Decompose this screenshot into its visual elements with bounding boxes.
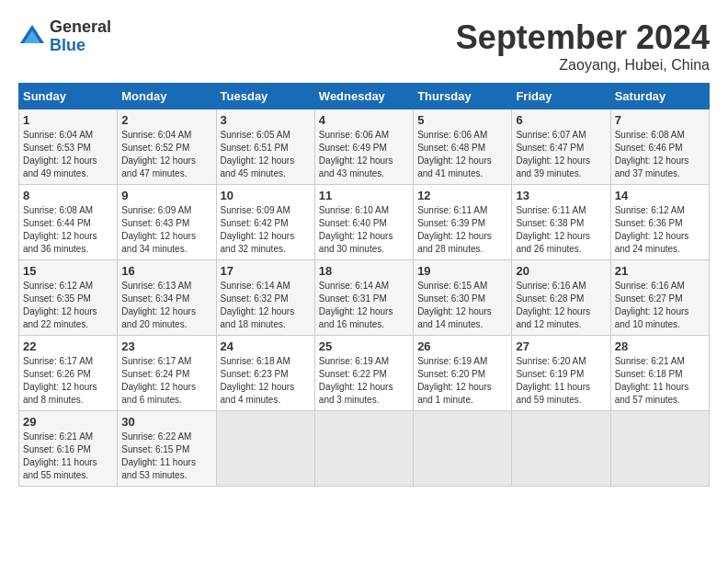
- day-number: 14: [615, 189, 705, 202]
- day-info: Sunrise: 6:08 AMSunset: 6:44 PMDaylight:…: [23, 204, 113, 256]
- calendar-cell: 29 Sunrise: 6:21 AMSunset: 6:16 PMDaylig…: [19, 411, 118, 487]
- day-info: Sunrise: 6:15 AMSunset: 6:30 PMDaylight:…: [417, 280, 507, 331]
- calendar-table: SundayMondayTuesdayWednesdayThursdayFrid…: [18, 83, 710, 487]
- col-header-saturday: Saturday: [610, 84, 709, 109]
- day-info: Sunrise: 6:04 AMSunset: 6:53 PMDaylight:…: [23, 129, 113, 180]
- calendar-cell: 12 Sunrise: 6:11 AMSunset: 6:39 PMDaylig…: [414, 185, 512, 260]
- calendar-cell: 2 Sunrise: 6:04 AMSunset: 6:52 PMDayligh…: [118, 109, 216, 185]
- day-number: 16: [121, 264, 211, 278]
- day-number: 8: [23, 189, 113, 202]
- day-number: 24: [221, 339, 311, 353]
- logo-text: General Blue: [50, 18, 111, 55]
- calendar-cell: [610, 411, 709, 487]
- day-number: 12: [417, 189, 507, 202]
- day-info: Sunrise: 6:07 AMSunset: 6:47 PMDaylight:…: [516, 129, 606, 180]
- calendar-cell: 9 Sunrise: 6:09 AMSunset: 6:43 PMDayligh…: [118, 185, 216, 260]
- col-header-sunday: Sunday: [19, 84, 118, 109]
- day-info: Sunrise: 6:21 AMSunset: 6:18 PMDaylight:…: [615, 355, 705, 407]
- calendar-cell: [216, 411, 314, 487]
- day-info: Sunrise: 6:13 AMSunset: 6:34 PMDaylight:…: [121, 280, 211, 331]
- day-info: Sunrise: 6:06 AMSunset: 6:48 PMDaylight:…: [417, 129, 507, 180]
- calendar-cell: [314, 411, 413, 487]
- week-row: 29 Sunrise: 6:21 AMSunset: 6:16 PMDaylig…: [19, 411, 710, 487]
- day-info: Sunrise: 6:09 AMSunset: 6:43 PMDaylight:…: [121, 204, 211, 256]
- week-row: 1 Sunrise: 6:04 AMSunset: 6:53 PMDayligh…: [19, 109, 710, 185]
- day-info: Sunrise: 6:17 AMSunset: 6:24 PMDaylight:…: [121, 355, 211, 407]
- day-info: Sunrise: 6:22 AMSunset: 6:15 PMDaylight:…: [121, 431, 211, 482]
- location: Zaoyang, Hubei, China: [456, 57, 710, 74]
- day-number: 13: [516, 189, 606, 202]
- day-number: 23: [121, 339, 211, 353]
- calendar-cell: [414, 411, 512, 487]
- title-block: September 2024 Zaoyang, Hubei, China: [456, 18, 710, 74]
- day-info: Sunrise: 6:08 AMSunset: 6:46 PMDaylight:…: [615, 129, 705, 180]
- calendar-cell: 3 Sunrise: 6:05 AMSunset: 6:51 PMDayligh…: [216, 109, 314, 185]
- day-number: 2: [121, 113, 211, 127]
- day-number: 3: [221, 113, 311, 127]
- calendar-cell: 30 Sunrise: 6:22 AMSunset: 6:15 PMDaylig…: [118, 411, 216, 487]
- calendar-cell: 20 Sunrise: 6:16 AMSunset: 6:28 PMDaylig…: [512, 260, 610, 336]
- day-number: 4: [319, 113, 409, 127]
- col-header-wednesday: Wednesday: [314, 84, 413, 109]
- day-number: 21: [615, 264, 705, 278]
- month-title: September 2024: [456, 18, 710, 57]
- col-header-thursday: Thursday: [414, 84, 512, 109]
- col-header-friday: Friday: [512, 84, 610, 109]
- week-row: 15 Sunrise: 6:12 AMSunset: 6:35 PMDaylig…: [19, 260, 710, 336]
- day-number: 5: [417, 113, 507, 127]
- day-number: 18: [319, 264, 409, 278]
- week-row: 8 Sunrise: 6:08 AMSunset: 6:44 PMDayligh…: [19, 185, 710, 260]
- day-info: Sunrise: 6:11 AMSunset: 6:39 PMDaylight:…: [417, 204, 507, 256]
- day-info: Sunrise: 6:14 AMSunset: 6:31 PMDaylight:…: [319, 280, 409, 331]
- day-info: Sunrise: 6:17 AMSunset: 6:26 PMDaylight:…: [23, 355, 113, 407]
- day-info: Sunrise: 6:16 AMSunset: 6:28 PMDaylight:…: [516, 280, 606, 331]
- logo-icon: [18, 23, 46, 51]
- day-info: Sunrise: 6:16 AMSunset: 6:27 PMDaylight:…: [615, 280, 705, 331]
- day-number: 15: [23, 264, 113, 278]
- logo: General Blue: [18, 18, 111, 55]
- day-number: 20: [516, 264, 606, 278]
- calendar-cell: 19 Sunrise: 6:15 AMSunset: 6:30 PMDaylig…: [414, 260, 512, 336]
- calendar-cell: [512, 411, 610, 487]
- day-number: 10: [221, 189, 311, 202]
- day-number: 19: [417, 264, 507, 278]
- calendar-cell: 5 Sunrise: 6:06 AMSunset: 6:48 PMDayligh…: [414, 109, 512, 185]
- calendar-cell: 26 Sunrise: 6:19 AMSunset: 6:20 PMDaylig…: [414, 336, 512, 411]
- col-header-monday: Monday: [118, 84, 216, 109]
- day-number: 9: [121, 189, 211, 202]
- day-info: Sunrise: 6:09 AMSunset: 6:42 PMDaylight:…: [221, 204, 311, 256]
- day-number: 29: [23, 415, 113, 429]
- calendar-cell: 6 Sunrise: 6:07 AMSunset: 6:47 PMDayligh…: [512, 109, 610, 185]
- calendar-header: SundayMondayTuesdayWednesdayThursdayFrid…: [19, 84, 710, 109]
- calendar-cell: 15 Sunrise: 6:12 AMSunset: 6:35 PMDaylig…: [19, 260, 118, 336]
- calendar-cell: 4 Sunrise: 6:06 AMSunset: 6:49 PMDayligh…: [314, 109, 413, 185]
- logo-blue: Blue: [50, 37, 111, 55]
- header-row: SundayMondayTuesdayWednesdayThursdayFrid…: [19, 84, 710, 109]
- day-info: Sunrise: 6:10 AMSunset: 6:40 PMDaylight:…: [319, 204, 409, 256]
- calendar-cell: 23 Sunrise: 6:17 AMSunset: 6:24 PMDaylig…: [118, 336, 216, 411]
- calendar-cell: 1 Sunrise: 6:04 AMSunset: 6:53 PMDayligh…: [19, 109, 118, 185]
- calendar-cell: 22 Sunrise: 6:17 AMSunset: 6:26 PMDaylig…: [19, 336, 118, 411]
- calendar-cell: 17 Sunrise: 6:14 AMSunset: 6:32 PMDaylig…: [216, 260, 314, 336]
- day-info: Sunrise: 6:12 AMSunset: 6:36 PMDaylight:…: [615, 204, 705, 256]
- calendar-cell: 27 Sunrise: 6:20 AMSunset: 6:19 PMDaylig…: [512, 336, 610, 411]
- logo-general: General: [50, 18, 111, 37]
- day-number: 25: [319, 339, 409, 353]
- calendar-body: 1 Sunrise: 6:04 AMSunset: 6:53 PMDayligh…: [19, 109, 710, 487]
- calendar-cell: 11 Sunrise: 6:10 AMSunset: 6:40 PMDaylig…: [314, 185, 413, 260]
- day-info: Sunrise: 6:19 AMSunset: 6:20 PMDaylight:…: [417, 355, 507, 407]
- day-info: Sunrise: 6:14 AMSunset: 6:32 PMDaylight:…: [221, 280, 311, 331]
- day-number: 22: [23, 339, 113, 353]
- day-info: Sunrise: 6:05 AMSunset: 6:51 PMDaylight:…: [221, 129, 311, 180]
- calendar-cell: 18 Sunrise: 6:14 AMSunset: 6:31 PMDaylig…: [314, 260, 413, 336]
- day-number: 7: [615, 113, 705, 127]
- day-info: Sunrise: 6:19 AMSunset: 6:22 PMDaylight:…: [319, 355, 409, 407]
- calendar-cell: 10 Sunrise: 6:09 AMSunset: 6:42 PMDaylig…: [216, 185, 314, 260]
- day-number: 27: [516, 339, 606, 353]
- week-row: 22 Sunrise: 6:17 AMSunset: 6:26 PMDaylig…: [19, 336, 710, 411]
- calendar-cell: 25 Sunrise: 6:19 AMSunset: 6:22 PMDaylig…: [314, 336, 413, 411]
- day-info: Sunrise: 6:12 AMSunset: 6:35 PMDaylight:…: [23, 280, 113, 331]
- day-number: 11: [319, 189, 409, 202]
- day-info: Sunrise: 6:18 AMSunset: 6:23 PMDaylight:…: [221, 355, 311, 407]
- day-number: 1: [23, 113, 113, 127]
